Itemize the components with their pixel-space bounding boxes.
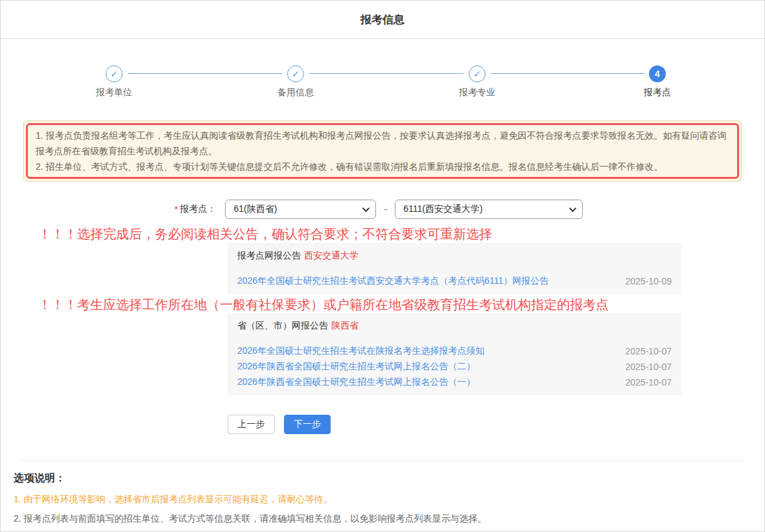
step-label-backup-info: 备用信息 — [277, 87, 314, 98]
wizard-buttons: 上一步 下一步 — [228, 415, 764, 434]
step-3-circle: ✓ — [469, 65, 486, 82]
check-icon: ✓ — [292, 69, 300, 79]
province-panel-org: 陕西省 — [331, 320, 359, 332]
page-title: 报考信息 — [360, 12, 405, 27]
previous-step-button[interactable]: 上一步 — [228, 415, 275, 434]
province-panel-title: 省（区、市）网报公告 — [237, 320, 328, 332]
site-panel-org: 西安交通大学 — [304, 250, 359, 262]
step-connector-line — [128, 73, 282, 74]
step-label-application-major: 报考专业 — [459, 87, 495, 98]
chevron-down-icon — [362, 205, 370, 212]
check-icon: ✓ — [110, 69, 118, 79]
announcement-link[interactable]: 2026年陕西省全国硕士研究生招生考试网上报名公告（一） — [237, 376, 475, 388]
important-notice-box: 1. 报考点负责报名组考等工作，考生应认真阅读省级教育招生考试机构和报考点网报公… — [23, 121, 742, 181]
check-icon: ✓ — [473, 69, 481, 79]
announcement-date: 2025-10-07 — [625, 362, 672, 372]
site-announcement-panel: 报考点网报公告 西安交通大学 2026年全国硕士研究生招生考试西安交通大学考点（… — [228, 243, 681, 294]
options-note-2: 2. 报考点列表与前面填写的招生单位、考试方式等信息关联，请准确填写相关信息，以… — [14, 513, 751, 524]
announcement-link[interactable]: 2026年全国硕士研究生招生考试西安交通大学考点（考点代码6111）网报公告 — [237, 275, 548, 287]
important-notice-red-frame: 1. 报考点负责报名组考等工作，考生应认真阅读省级教育招生考试机构和报考点网报公… — [26, 123, 739, 179]
site-panel-header: 报考点网报公告 西安交通大学 — [237, 249, 672, 262]
required-mark: * — [174, 204, 178, 214]
step-connector-line — [491, 73, 645, 74]
exam-site-value: 6111(西安交通大学) — [403, 203, 482, 215]
announcement-row: 2026年全国硕士研究生招生考试西安交通大学考点（考点代码6111）网报公告 2… — [237, 273, 672, 289]
step-4-number: 4 — [655, 69, 660, 79]
step-4-circle: 4 — [649, 65, 666, 82]
exam-site-select[interactable]: 6111(西安交通大学) — [395, 200, 583, 219]
announcement-row: 2026年陕西省全国硕士研究生招生考试网上报名公告（一） 2025-10-07 — [237, 375, 672, 390]
notice-line-1: 1. 报考点负责报名组考等工作，考生应认真阅读省级教育招生考试机构和报考点网报公… — [36, 128, 729, 159]
exam-site-province-value: 61(陕西省) — [233, 203, 277, 215]
warning-choose-correct-site: ！！！考生应选择工作所在地（一般有社保要求）或户籍所在地省级教育招生考试机构指定… — [38, 297, 764, 312]
step-label-application-unit: 报考单位 — [96, 87, 132, 98]
options-explanation-title: 选项说明： — [14, 472, 751, 485]
site-panel-title: 报考点网报公告 — [237, 250, 301, 262]
province-announcement-panel: 省（区、市）网报公告 陕西省 2026年全国硕士研究生招生考试在陕报名考生选择报… — [228, 313, 681, 395]
next-step-button[interactable]: 下一步 — [284, 415, 331, 434]
exam-site-field-label: 报考点： — [180, 203, 216, 215]
options-note-1: 1. 由于网络环境等影响，选择省市后报考点列表显示可能有延迟，请耐心等待。 — [14, 493, 751, 505]
chevron-down-icon — [569, 205, 576, 212]
step-connector-line — [309, 73, 464, 74]
announcement-link[interactable]: 2026年全国硕士研究生招生考试在陕报名考生选择报考点须知 — [237, 345, 484, 357]
notice-line-2: 2. 招生单位、考试方式、报考点、专项计划等关键信息提交后不允许修改，确有错误需… — [36, 159, 729, 174]
options-explanation-section: 选项说明： 1. 由于网络环境等影响，选择省市后报考点列表显示可能有延迟，请耐心… — [1, 461, 764, 524]
announcement-row: 2026年陕西省全国硕士研究生招生考试网上报名公告（二） 2025-10-07 — [237, 359, 672, 375]
announcement-date: 2025-10-07 — [625, 346, 672, 356]
announcement-date: 2025-10-07 — [625, 377, 672, 387]
announcement-row: 2026年全国硕士研究生招生考试在陕报名考生选择报考点须知 2025-10-07 — [237, 343, 672, 359]
step-1-circle: ✓ — [106, 65, 123, 82]
step-2-circle: ✓ — [287, 65, 304, 82]
select-separator: - — [384, 204, 387, 214]
wizard-stepper: ✓ ✓ ✓ 4 报考单位 备用信息 报考专业 报考点 — [1, 65, 764, 101]
exam-site-province-select[interactable]: 61(陕西省) — [225, 200, 376, 219]
warning-read-announcements: ！！！选择完成后，务必阅读相关公告，确认符合要求；不符合要求可重新选择 — [38, 227, 764, 242]
announcement-date: 2025-10-09 — [625, 276, 672, 286]
province-panel-header: 省（区、市）网报公告 陕西省 — [237, 319, 672, 332]
step-label-exam-site: 报考点 — [644, 87, 671, 98]
exam-site-form-row: * 报考点： 61(陕西省) - 6111(西安交通大学) — [174, 200, 764, 219]
announcement-link[interactable]: 2026年陕西省全国硕士研究生招生考试网上报名公告（二） — [237, 361, 475, 373]
page-header: 报考信息 — [1, 1, 764, 39]
